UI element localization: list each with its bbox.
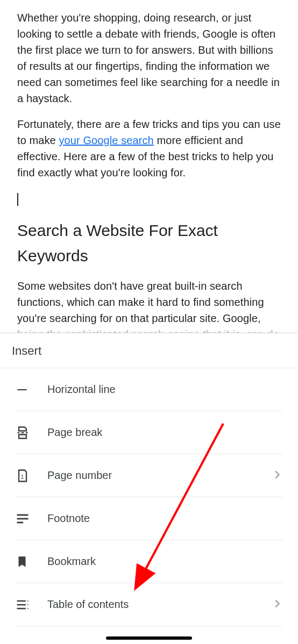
insert-bottom-sheet: Insert Horizontal line Page break	[0, 333, 298, 644]
chevron-right-icon	[271, 469, 283, 483]
menu-label: Horizontal line	[41, 383, 283, 396]
svg-text:1: 1	[21, 473, 24, 480]
menu-item-horizontal-line[interactable]: Horizontal line	[15, 368, 283, 411]
svg-point-11	[27, 600, 29, 602]
menu-label: Footnote	[41, 512, 283, 525]
link-google-search[interactable]: your Google search	[59, 134, 154, 146]
footnote-icon	[15, 511, 41, 526]
paragraph[interactable]: Whether you're shopping, doing research,…	[17, 10, 281, 106]
menu-label: Bookmark	[41, 555, 283, 568]
menu-label: Table of contents	[41, 598, 271, 611]
menu-item-page-number[interactable]: 1 Page number	[15, 454, 283, 497]
text-run: Some websites don't have great built-in …	[17, 280, 264, 324]
svg-point-12	[27, 604, 29, 605]
menu-label: Page number	[41, 469, 271, 482]
menu-item-table-of-contents[interactable]: Table of contents	[15, 583, 283, 626]
bookmark-icon	[15, 555, 41, 569]
heading[interactable]: Search a Website For Exact Keywords	[17, 218, 281, 268]
text-cursor[interactable]	[17, 190, 281, 203]
horizontal-line-icon	[15, 383, 41, 397]
chevron-right-icon	[271, 598, 283, 612]
sheet-title: Insert	[0, 333, 298, 368]
home-indicator	[106, 636, 192, 640]
menu-item-bookmark[interactable]: Bookmark	[15, 540, 283, 583]
paragraph[interactable]: Fortunately, there are a few tricks and …	[17, 116, 281, 181]
menu-item-footnote[interactable]: Footnote	[15, 497, 283, 540]
menu-item-page-break[interactable]: Page break	[15, 411, 283, 454]
document-content[interactable]: Whether you're shopping, doing research,…	[0, 0, 298, 342]
toc-icon	[15, 597, 41, 612]
insert-menu-list: Horizontal line Page break 1	[0, 368, 298, 626]
menu-label: Page break	[41, 426, 283, 439]
page-break-icon	[15, 425, 41, 440]
page-number-icon: 1	[15, 468, 41, 483]
svg-point-13	[27, 608, 29, 609]
